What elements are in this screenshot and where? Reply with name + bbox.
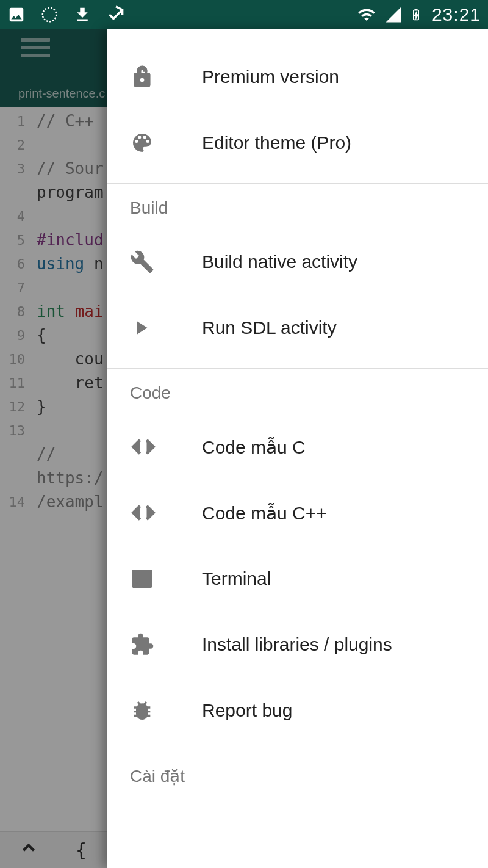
menu-terminal[interactable]: Terminal — [107, 546, 488, 612]
code-icon — [130, 433, 184, 460]
svg-rect-4 — [133, 571, 151, 587]
lock-open-icon — [130, 65, 184, 89]
menu-editor-theme[interactable]: Editor theme (Pro) — [107, 110, 488, 176]
check-shield-icon — [106, 5, 126, 24]
menu-label: Report bug — [202, 700, 292, 721]
menu-label: Terminal — [202, 568, 271, 589]
bug-icon — [130, 698, 184, 723]
menu-report-bug[interactable]: Report bug — [107, 678, 488, 743]
menu-label: Premium version — [202, 67, 339, 87]
svg-point-0 — [43, 8, 57, 22]
menu-install-plugins[interactable]: Install libraries / plugins — [107, 612, 488, 678]
menu-label: Code mẫu C — [202, 436, 306, 458]
overflow-drawer: Premium version Editor theme (Pro) Build… — [107, 29, 488, 868]
download-icon — [73, 5, 92, 24]
wifi-icon — [356, 5, 377, 24]
section-header-settings: Cài đặt — [107, 751, 488, 797]
picture-icon — [7, 5, 26, 24]
menu-premium[interactable]: Premium version — [107, 44, 488, 110]
puzzle-icon — [130, 632, 184, 657]
menu-label: Code mẫu C++ — [202, 502, 327, 524]
code-icon — [130, 499, 184, 526]
signal-icon — [384, 5, 403, 24]
palette-icon — [130, 131, 184, 155]
status-bar: 23:21 — [0, 0, 488, 29]
menu-sample-cpp[interactable]: Code mẫu C++ — [107, 480, 488, 546]
menu-sample-c[interactable]: Code mẫu C — [107, 414, 488, 480]
status-clock: 23:21 — [432, 4, 481, 25]
menu-run-sdl[interactable]: Run SDL activity — [107, 295, 488, 361]
section-header-code: Code — [107, 369, 488, 414]
menu-label: Install libraries / plugins — [202, 634, 392, 655]
section-header-build: Build — [107, 184, 488, 229]
menu-build-native[interactable]: Build native activity — [107, 229, 488, 295]
svg-point-3 — [140, 78, 145, 82]
menu-label: Build native activity — [202, 251, 357, 272]
menu-label: Run SDL activity — [202, 317, 337, 338]
menu-label: Editor theme (Pro) — [202, 132, 351, 153]
wrench-icon — [130, 250, 184, 274]
play-icon — [130, 317, 184, 339]
battery-charging-icon — [410, 5, 422, 24]
terminal-icon — [130, 566, 184, 591]
circle-dots-icon — [40, 5, 59, 24]
